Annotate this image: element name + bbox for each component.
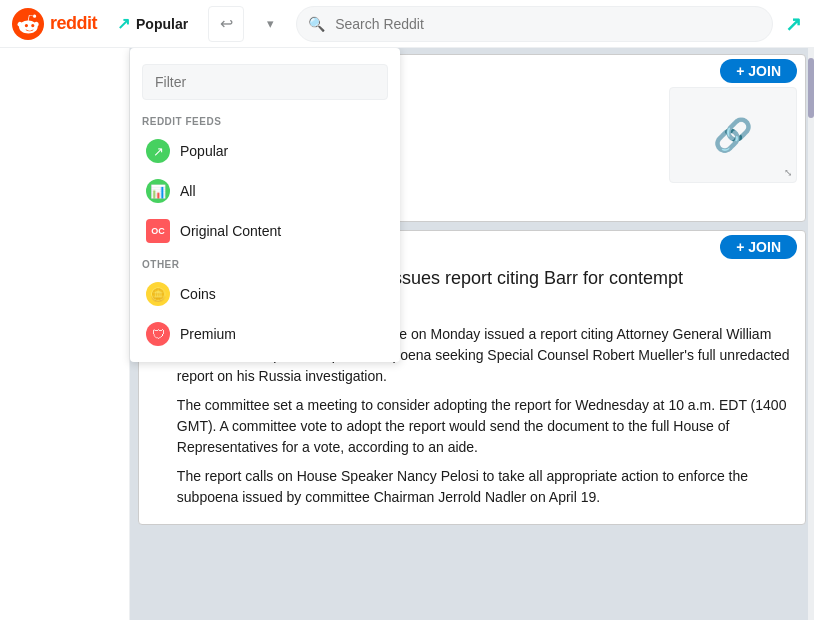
oc-feed-label: Original Content	[180, 223, 281, 239]
dropdown-item-oc[interactable]: OC Original Content	[130, 211, 400, 251]
chevron-down-icon: ▾	[267, 16, 274, 31]
dropdown-item-coins[interactable]: 🪙 Coins	[130, 274, 400, 314]
dropdown-menu: REDDIT FEEDS ↗ Popular 📊 All OC Original…	[130, 48, 400, 362]
header-right: ↗	[785, 12, 802, 36]
premium-label: Premium	[180, 326, 236, 342]
trending-icon: ↗	[117, 14, 130, 33]
dropdown-item-popular[interactable]: ↗ Popular	[130, 131, 400, 171]
other-section-label: OTHER	[130, 251, 400, 274]
save-icon: ↩	[220, 14, 233, 33]
all-feed-icon: 📊	[146, 179, 170, 203]
search-input[interactable]	[296, 6, 773, 42]
feeds-section-label: REDDIT FEEDS	[130, 108, 400, 131]
post-thumbnail[interactable]: 🔗 ⤡	[669, 87, 797, 183]
search-bar: 🔍	[296, 6, 773, 42]
coins-icon: 🪙	[146, 282, 170, 306]
trending-right-icon[interactable]: ↗	[785, 12, 802, 36]
popular-label: Popular	[136, 16, 188, 32]
all-feed-label: All	[180, 183, 196, 199]
body-para-2: The committee set a meeting to consider …	[177, 395, 797, 458]
body-para-3: The report calls on House Speaker Nancy …	[177, 466, 797, 508]
join-button-post2[interactable]: + JOIN	[720, 235, 797, 259]
dropdown-item-all[interactable]: 📊 All	[130, 171, 400, 211]
coins-label: Coins	[180, 286, 216, 302]
oc-feed-icon: OC	[146, 219, 170, 243]
filter-input-wrap	[130, 56, 400, 108]
left-sidebar	[0, 48, 130, 620]
header: reddit ↗ Popular ↩ ▾ 🔍 ↗	[0, 0, 814, 48]
popular-feed-icon: ↗	[146, 139, 170, 163]
scrollbar-thumb[interactable]	[808, 58, 814, 118]
logo-area: reddit	[12, 8, 97, 40]
premium-icon: 🛡	[146, 322, 170, 346]
reddit-logo-icon	[12, 8, 44, 40]
popular-feed-label: Popular	[180, 143, 228, 159]
expand-icon: ⤡	[784, 167, 792, 178]
link-icon: 🔗	[713, 116, 753, 154]
dropdown-chevron-button[interactable]: ▾	[256, 10, 284, 38]
popular-button[interactable]: ↗ Popular	[109, 10, 196, 37]
dropdown-item-premium[interactable]: 🛡 Premium	[130, 314, 400, 354]
scrollbar[interactable]	[808, 48, 814, 620]
search-icon: 🔍	[308, 16, 325, 32]
join-button-post1[interactable]: + JOIN	[720, 59, 797, 83]
filter-input[interactable]	[142, 64, 388, 100]
save-icon-button[interactable]: ↩	[208, 6, 244, 42]
reddit-wordmark: reddit	[50, 13, 97, 34]
